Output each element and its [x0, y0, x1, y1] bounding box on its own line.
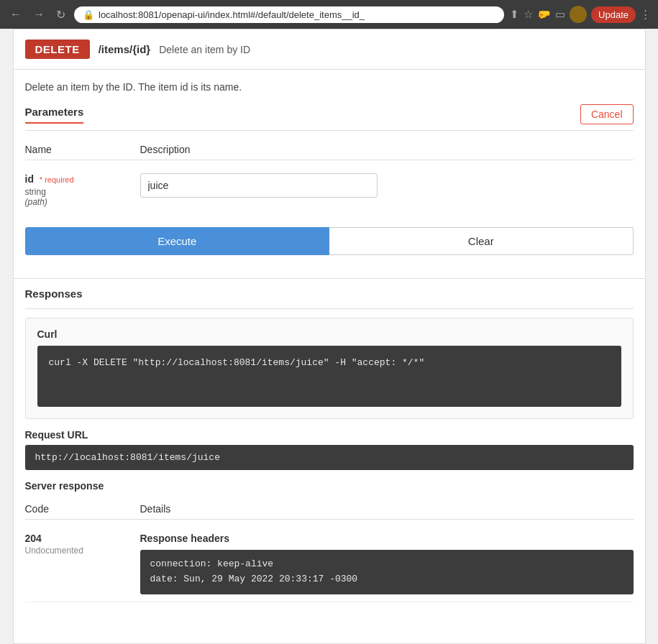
responses-title: Responses: [25, 288, 634, 300]
cancel-button[interactable]: Cancel: [580, 104, 634, 124]
code-col-header: Code: [25, 503, 140, 515]
endpoint-header: DELETE /items/{id} Delete an item by ID: [14, 29, 645, 70]
server-response-section: Server response Code Details 204 Undocum…: [25, 480, 634, 602]
param-name-col: id * required string (path): [25, 173, 140, 207]
reload-button[interactable]: ↻: [53, 6, 68, 23]
share-icon[interactable]: ⬆: [510, 8, 519, 21]
address-bar[interactable]: 🔒 localhost:8081/openapi-ui/index.html#/…: [74, 6, 504, 23]
param-required-label: * required: [40, 175, 74, 184]
connection-header: connection: keep-alive: [150, 558, 274, 569]
extensions-icon[interactable]: 🤛: [537, 8, 551, 21]
param-row: id * required string (path): [25, 166, 634, 221]
response-table-header: Code Details: [25, 499, 634, 520]
params-divider: [25, 130, 634, 131]
parameters-title: Parameters: [25, 106, 84, 124]
parameters-section: Parameters Cancel Name Description id * …: [14, 98, 645, 278]
menu-icon[interactable]: ⋮: [640, 8, 651, 21]
parameters-header: Parameters Cancel: [25, 104, 634, 124]
request-url-label: Request URL: [25, 429, 634, 441]
method-badge: DELETE: [25, 40, 90, 59]
back-button[interactable]: ←: [7, 6, 24, 22]
name-col-header: Name: [25, 144, 140, 155]
server-response-title: Server response: [25, 480, 634, 492]
response-code-col: 204 Undocumented: [25, 533, 140, 594]
endpoint-path: /items/{id}: [99, 43, 151, 55]
request-url-section: Request URL http://localhost:8081/items/…: [25, 429, 634, 480]
param-name-line: id * required: [25, 173, 140, 185]
param-location: (path): [25, 197, 140, 207]
responses-section: Responses Curl curl -X DELETE "http://lo…: [14, 278, 645, 611]
responses-divider: [25, 308, 634, 309]
response-details-col: Response headers connection: keep-alive …: [140, 533, 634, 594]
id-input[interactable]: [140, 173, 378, 198]
date-header: date: Sun, 29 May 2022 20:33:17 -0300: [150, 574, 358, 584]
param-name: id: [25, 173, 34, 185]
avatar[interactable]: [570, 6, 587, 23]
description-col-header: Description: [140, 144, 634, 155]
forward-button[interactable]: →: [30, 6, 47, 22]
clear-button[interactable]: Clear: [329, 227, 634, 255]
execute-button[interactable]: Execute: [25, 227, 330, 255]
description-text: Delete an item by the ID. The item id is…: [25, 81, 242, 93]
param-value-col: [140, 173, 634, 207]
update-button[interactable]: Update: [591, 6, 636, 23]
response-code: 204: [25, 533, 140, 544]
response-row: 204 Undocumented Response headers connec…: [25, 525, 634, 602]
url-text: localhost:8081/openapi-ui/index.html#/de…: [99, 9, 365, 20]
param-type: string: [25, 187, 140, 197]
curl-code-block: curl -X DELETE "http://localhost:8081/it…: [37, 346, 621, 407]
display-icon[interactable]: ▭: [555, 8, 565, 21]
response-headers-label: Response headers: [140, 533, 634, 544]
details-col-header: Details: [140, 503, 634, 515]
params-col-header: Name Description: [25, 139, 634, 160]
params-table: Name Description id * required string (p…: [25, 139, 634, 221]
browser-chrome: ← → ↻ 🔒 localhost:8081/openapi-ui/index.…: [0, 0, 658, 29]
bookmark-icon[interactable]: ☆: [524, 8, 533, 21]
action-buttons: Execute Clear: [25, 227, 634, 255]
page-wrapper: DELETE /items/{id} Delete an item by ID …: [13, 29, 646, 644]
curl-label: Curl: [37, 328, 621, 340]
response-headers-block: connection: keep-alive date: Sun, 29 May…: [140, 550, 634, 594]
curl-section: Curl curl -X DELETE "http://localhost:80…: [25, 318, 634, 419]
endpoint-description-inline: Delete an item by ID: [159, 44, 250, 55]
endpoint-description: Delete an item by the ID. The item id is…: [14, 70, 645, 98]
lock-icon: 🔒: [83, 9, 94, 20]
browser-action-icons: ⬆ ☆ 🤛 ▭ Update ⋮: [510, 6, 651, 23]
response-note: Undocumented: [25, 546, 140, 556]
request-url-value: http://localhost:8081/items/juice: [25, 445, 634, 470]
